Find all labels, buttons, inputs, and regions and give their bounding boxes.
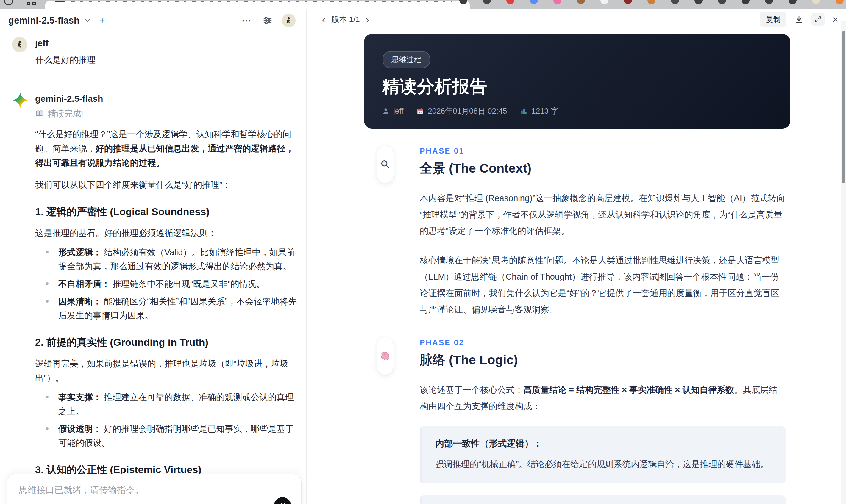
user-message: jeff 什么是好的推理 xyxy=(12,36,295,67)
next-version-button[interactable]: › xyxy=(365,14,370,24)
app-window: gemini-2.5-flash + ⋯ jeff xyxy=(0,9,846,504)
more-options-icon[interactable]: ⋯ xyxy=(242,15,252,26)
section-lead: 这是推理的基石。好的推理必须遵循逻辑法则： xyxy=(35,226,297,240)
phase-paragraph: 本内容是对“推理 (Reasoning)”这一抽象概念的高层建模。在知识爆炸与人… xyxy=(420,190,786,239)
report-hero-card: 思维过程 精读分析报告 jeff 17 2026年01月08日 02:45 12… xyxy=(364,34,790,128)
scrollbar-track[interactable] xyxy=(841,21,846,504)
extension-icon[interactable] xyxy=(530,0,538,4)
assistant-name: gemini-2.5-flash xyxy=(35,92,295,104)
phase-label: PHASE 01 xyxy=(420,145,786,156)
version-label: 版本 1/1 xyxy=(331,14,359,25)
extension-icon[interactable] xyxy=(741,0,750,4)
jeff-avatar xyxy=(12,37,28,52)
history-icon[interactable] xyxy=(4,0,13,5)
phase-section: PHASE 02 脉络 (The Logic) 该论述基于一个核心公式：高质量结… xyxy=(376,337,841,504)
extension-icon[interactable] xyxy=(624,0,632,4)
scrollbar-thumb[interactable] xyxy=(842,31,845,183)
extension-icon[interactable] xyxy=(577,0,585,4)
list-item: 因果清晰： 能准确区分“相关性”和“因果关系”，不会轻率地将先后发生的事情归为因… xyxy=(35,294,300,323)
phase-paragraph: 核心情境在于解决“思考的随意性”问题。不论是人类通过批判性思维进行决策，还是大语… xyxy=(420,252,786,318)
brain-icon xyxy=(376,337,394,375)
magnifier-icon xyxy=(376,145,394,183)
list-item: 事实支撑： 推理建立在可靠的数据、准确的观测或公认的真理之上。 xyxy=(35,390,300,418)
section-heading: 1. 逻辑的严密性 (Logical Soundness) xyxy=(35,205,297,218)
composer-placeholder: 思维接口已就绪，请传输指令。 xyxy=(19,484,289,496)
logic-card: 内部一致性（形式逻辑）： 强调推理的“机械正确”。结论必须在给定的规则系统内逻辑… xyxy=(420,426,786,484)
assistant-overview: 我们可以从以下四个维度来衡量什么是“好的推理”： xyxy=(35,178,297,192)
report-meta: jeff 17 2026年01月08日 02:45 1213 字 xyxy=(382,106,559,116)
fullscreen-icon[interactable] xyxy=(811,13,825,26)
extension-icon[interactable] xyxy=(671,0,679,4)
phase-section: PHASE 01 全景 (The Context) 本内容是对“推理 (Reas… xyxy=(376,145,841,318)
message-list: jeff 什么是好的推理 gemini-2.5-flash xyxy=(0,32,306,504)
phase-title: 全景 (The Context) xyxy=(420,160,786,177)
list-item: 形式逻辑： 结构必须有效（Valid）。比如演绎推理中，如果前提全部为真，那么通… xyxy=(35,246,300,273)
svg-text:17: 17 xyxy=(419,111,422,114)
status-line: 精读完成! xyxy=(35,108,295,119)
extension-icon[interactable] xyxy=(694,0,703,4)
logic-card: 外部真实性（前提基础）： 强调推理的“经验校准”。解决“GIGO（垃圾进，垃圾出… xyxy=(420,496,786,504)
list-item: 假设透明： 好的推理会明确指明哪些是已知事实，哪些是基于可能的假设。 xyxy=(35,422,300,450)
download-icon[interactable] xyxy=(794,15,804,24)
phase-list: PHASE 01 全景 (The Context) 本内容是对“推理 (Reas… xyxy=(376,145,841,504)
date-meta: 17 2026年01月08日 02:45 xyxy=(417,106,507,116)
url-text-clipped xyxy=(71,1,453,2)
extension-icons-row xyxy=(459,0,844,4)
extension-icon[interactable] xyxy=(553,0,561,4)
chevron-down-icon[interactable] xyxy=(84,17,91,24)
extension-icon[interactable] xyxy=(483,0,491,4)
section-lead: 逻辑再完美，如果前提是错误的，推理也是垃圾（即“垃圾进，垃圾出”）。 xyxy=(35,356,297,385)
assistant-message: gemini-2.5-flash 精读完成! “什么是好的推理？”这是一个涉及逻… xyxy=(12,92,295,504)
user-message-text: 什么是好的推理 xyxy=(35,53,295,67)
hero-badge: 思维过程 xyxy=(383,51,430,68)
settings-sliders-icon[interactable] xyxy=(262,15,273,26)
assistant-intro: “什么是好的推理？”这是一个涉及逻辑学、认知科学和哲学核心的问题。简单来说，好的… xyxy=(35,127,297,170)
copy-button[interactable]: 复制 xyxy=(760,12,787,27)
close-icon[interactable]: × xyxy=(832,14,838,25)
calendar-icon: 17 xyxy=(417,107,424,115)
menu-icon xyxy=(55,1,65,2)
user-icon xyxy=(382,107,390,115)
phase-label: PHASE 02 xyxy=(420,337,786,347)
bullet-list: 事实支撑： 推理建立在可靠的数据、准确的观测或公认的真理之上。 假设透明： 好的… xyxy=(35,390,295,450)
extension-icon[interactable] xyxy=(812,0,820,4)
gemini-logo-icon xyxy=(12,92,29,109)
book-icon xyxy=(35,109,44,118)
user-avatar[interactable] xyxy=(282,14,296,28)
new-chat-button[interactable]: + xyxy=(99,16,105,25)
chat-header: gemini-2.5-flash + ⋯ xyxy=(0,9,306,32)
status-text: 精读完成! xyxy=(48,108,83,119)
extension-icon[interactable] xyxy=(648,0,655,4)
section-heading: 2. 前提的真实性 (Grounding in Truth) xyxy=(35,336,297,349)
extension-icon[interactable] xyxy=(718,0,726,4)
browser-tab[interactable] xyxy=(45,1,470,9)
extension-icon[interactable] xyxy=(506,0,514,4)
bar-chart-icon xyxy=(520,107,528,115)
list-item: 不自相矛盾： 推理链条中不能出现“既是又非”的情况。 xyxy=(35,277,300,291)
word-count-meta: 1213 字 xyxy=(520,106,559,116)
artifact-content: 思维过程 精读分析报告 jeff 17 2026年01月08日 02:45 12… xyxy=(306,30,841,504)
extension-icon[interactable] xyxy=(600,0,609,4)
tab-grid-icon[interactable] xyxy=(27,0,36,5)
model-selector[interactable]: gemini-2.5-flash xyxy=(8,15,80,26)
extension-icon[interactable] xyxy=(765,0,773,4)
bullet-list: 形式逻辑： 结构必须有效（Valid）。比如演绎推理中，如果前提全部为真，那么通… xyxy=(35,246,295,323)
extension-icon[interactable] xyxy=(835,0,844,4)
chat-panel: gemini-2.5-flash + ⋯ jeff xyxy=(0,9,306,504)
artifact-toolbar: ‹ 版本 1/1 › 复制 × xyxy=(306,9,846,30)
prev-version-button[interactable]: ‹ xyxy=(321,14,327,24)
report-title: 精读分析报告 xyxy=(382,75,487,98)
composer[interactable]: 思维接口已就绪，请传输指令。 + xyxy=(6,474,302,504)
phase-paragraph: 该论述基于一个核心公式：高质量结论 = 结构完整性 × 事实准确性 × 认知自律… xyxy=(420,382,786,414)
phase-title: 脉络 (The Logic) xyxy=(420,352,786,368)
extension-icon[interactable] xyxy=(459,0,468,4)
user-name: jeff xyxy=(35,36,295,48)
extension-icon[interactable] xyxy=(789,0,797,4)
author-meta: jeff xyxy=(382,107,403,116)
voice-input-button[interactable] xyxy=(274,497,291,504)
browser-chrome xyxy=(0,0,846,9)
artifact-panel: ‹ 版本 1/1 › 复制 × 思维过程 精读分析报告 xyxy=(306,9,846,504)
